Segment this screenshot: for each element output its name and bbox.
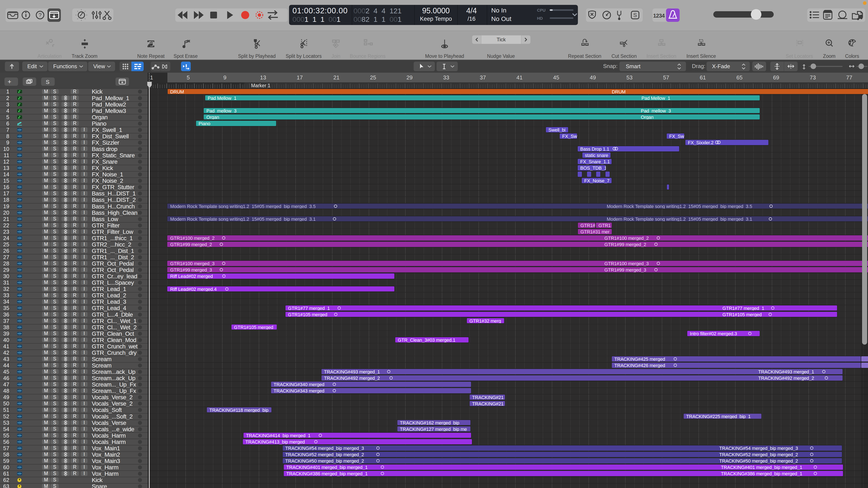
svg-text:?: ? [38,12,41,18]
svg-text:S: S [633,12,637,18]
